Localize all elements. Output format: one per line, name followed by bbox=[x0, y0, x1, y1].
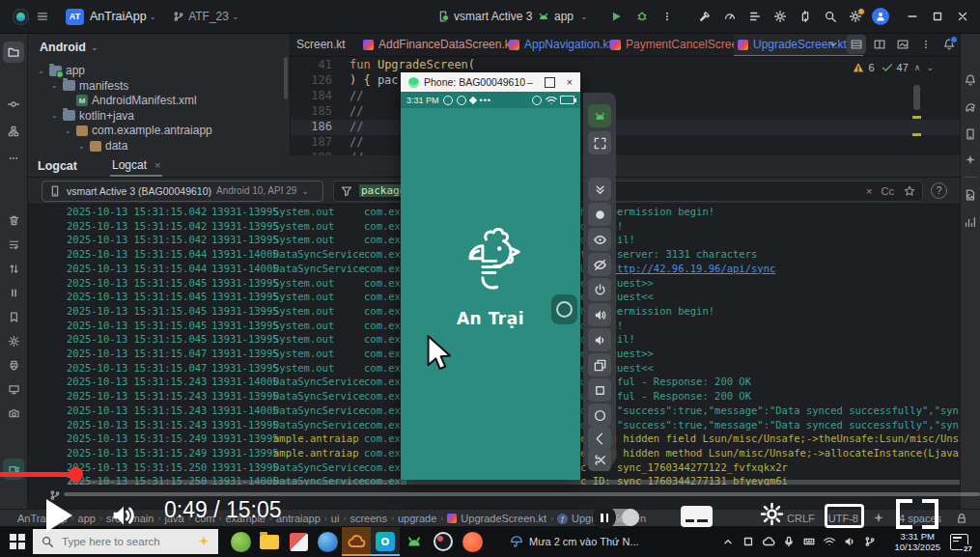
code-editor[interactable]: 41fun UpgradeScreen(126) { pac184//185//… bbox=[290, 56, 961, 156]
settings-icon[interactable] bbox=[3, 330, 24, 351]
breadcrumb-item[interactable]: UpgradeScreen.kt› bbox=[447, 513, 553, 524]
code-line-187[interactable]: 187// bbox=[290, 135, 961, 151]
microphone-icon[interactable] bbox=[782, 535, 796, 548]
debug-button[interactable] bbox=[630, 5, 654, 28]
more-actions-icon[interactable] bbox=[656, 5, 679, 28]
user-avatar[interactable] bbox=[869, 5, 892, 28]
taskbar-search[interactable] bbox=[33, 529, 218, 554]
ai-sparkle-icon[interactable] bbox=[872, 512, 885, 525]
taskbar-app-browser[interactable] bbox=[313, 527, 342, 556]
settings-gear-icon[interactable] bbox=[844, 5, 867, 28]
video-progress-track[interactable] bbox=[64, 492, 980, 496]
video-play-button[interactable] bbox=[46, 499, 72, 532]
nav-circle-icon[interactable] bbox=[588, 404, 611, 427]
breadcrumb-item[interactable]: ui› bbox=[331, 513, 347, 524]
power-icon[interactable] bbox=[588, 278, 611, 301]
tray-extra-icon[interactable] bbox=[863, 535, 877, 548]
start-button[interactable] bbox=[10, 534, 25, 549]
scissors-icon[interactable] bbox=[588, 448, 611, 471]
taskbar-app-ldplayer[interactable] bbox=[226, 527, 255, 556]
run-configuration[interactable]: app ⌄ bbox=[537, 10, 596, 23]
project-name[interactable]: AnTraiApp bbox=[90, 10, 147, 23]
code-line-126[interactable]: 126) { pac bbox=[290, 73, 961, 89]
record-icon[interactable] bbox=[588, 203, 611, 226]
next-issue-icon[interactable]: ⌄ bbox=[926, 63, 934, 72]
phone-screen[interactable]: An Trại bbox=[401, 108, 580, 480]
nav-square-icon[interactable] bbox=[588, 378, 611, 402]
tree-item-kotlin-java[interactable]: ⌄kotlin+java bbox=[51, 108, 134, 124]
line-separator-widget[interactable]: CRLF bbox=[787, 513, 815, 524]
more-icon[interactable] bbox=[3, 148, 24, 169]
breadcrumb-item[interactable]: screens› bbox=[350, 513, 394, 524]
notifications-bell-icon[interactable] bbox=[960, 70, 980, 91]
code-line-185[interactable]: 185// bbox=[290, 104, 961, 120]
code-line-186[interactable]: 186// bbox=[290, 120, 961, 135]
video-volume-icon[interactable] bbox=[108, 501, 137, 530]
eye-off-icon[interactable] bbox=[588, 253, 611, 276]
maximize-window-icon[interactable] bbox=[926, 5, 949, 28]
wrap-icon[interactable] bbox=[3, 234, 24, 255]
bookmark-icon[interactable] bbox=[3, 306, 24, 327]
trash-icon[interactable] bbox=[3, 209, 24, 231]
pull-request-icon[interactable] bbox=[794, 5, 817, 28]
tree-item-manifests[interactable]: ⌄manifests bbox=[51, 78, 128, 94]
editor-tab-screen-kt[interactable]: Screen.kt bbox=[293, 34, 350, 55]
action-center-icon[interactable]: 27 bbox=[950, 534, 968, 550]
phone-window-titlebar[interactable]: Phone: BAG00049610 – × bbox=[401, 72, 580, 92]
lock-icon[interactable] bbox=[955, 512, 968, 525]
tree-item-app[interactable]: ⌄app bbox=[38, 63, 85, 78]
tray-app-icon[interactable] bbox=[742, 535, 755, 548]
editor-tab-addfinancedatascreen-kt[interactable]: AddFinanceDataScreen.kt bbox=[359, 34, 518, 55]
close-window-icon[interactable] bbox=[951, 5, 974, 28]
todo-list-icon[interactable] bbox=[743, 5, 767, 28]
video-fullscreen-button[interactable] bbox=[896, 499, 938, 529]
gemini-icon[interactable] bbox=[960, 150, 980, 171]
printer-icon[interactable] bbox=[3, 354, 24, 376]
logcat-device-selector[interactable]: vsmart Active 3 (BAG00049610) Android 10… bbox=[42, 181, 323, 202]
video-theater-mode-button[interactable] bbox=[825, 504, 864, 528]
logcat-horizontal-scrollbar[interactable] bbox=[69, 480, 966, 485]
onedrive-icon[interactable] bbox=[762, 535, 775, 548]
run-button[interactable] bbox=[604, 5, 628, 28]
camera-icon[interactable] bbox=[3, 403, 24, 424]
gradle-icon[interactable] bbox=[960, 97, 980, 118]
video-captions-button[interactable] bbox=[681, 506, 713, 527]
assistive-floating-button[interactable] bbox=[551, 294, 577, 324]
network-icon[interactable] bbox=[823, 535, 836, 548]
video-autoplay-toggle[interactable] bbox=[595, 509, 639, 526]
breadcrumb-item[interactable]: antraiapp› bbox=[276, 513, 327, 524]
search-input[interactable] bbox=[60, 535, 178, 548]
inspection-widget[interactable]: 6 47 ∧ ⌄ bbox=[852, 61, 934, 74]
phone-minimize-icon[interactable]: – bbox=[527, 76, 533, 88]
keyboard-icon[interactable] bbox=[802, 535, 816, 548]
close-tab-icon[interactable]: × bbox=[154, 159, 160, 171]
editor-scrollbar[interactable] bbox=[913, 85, 920, 110]
taskbar-app-obs[interactable] bbox=[429, 527, 458, 556]
structure-icon[interactable] bbox=[3, 121, 24, 142]
project-folder-icon[interactable] bbox=[3, 42, 24, 63]
insights-icon[interactable] bbox=[960, 211, 980, 233]
taskbar-app-android-studio[interactable] bbox=[371, 527, 400, 556]
project-view-selector[interactable]: Android ⌄ bbox=[28, 34, 290, 58]
prev-issue-icon[interactable]: ∧ bbox=[914, 63, 921, 72]
android-head-icon[interactable] bbox=[588, 104, 611, 127]
build-icon[interactable] bbox=[693, 5, 716, 28]
code-line-184[interactable]: 184// bbox=[290, 89, 961, 104]
monitor-icon[interactable] bbox=[3, 378, 24, 400]
volume-up-icon[interactable] bbox=[588, 303, 611, 326]
updown-icon[interactable] bbox=[3, 258, 24, 279]
tab-options-kebab-icon[interactable] bbox=[916, 35, 936, 54]
tabs-chevron-down-icon[interactable] bbox=[824, 35, 843, 54]
taskbar-app-paint[interactable] bbox=[284, 527, 313, 556]
profiler-icon[interactable] bbox=[718, 5, 742, 28]
volume-icon[interactable] bbox=[843, 535, 856, 548]
warning-stripe-mark[interactable] bbox=[912, 116, 921, 119]
search-everywhere-icon[interactable] bbox=[819, 5, 842, 28]
tree-item-com-example-antraiapp[interactable]: ⌄com.example.antraiapp bbox=[65, 123, 212, 138]
tray-expand-icon[interactable] bbox=[721, 535, 735, 548]
sync-gear-icon[interactable] bbox=[769, 5, 792, 28]
clear-filter-icon[interactable]: × bbox=[866, 185, 872, 197]
video-settings-gear-icon[interactable] bbox=[759, 501, 785, 527]
taskbar-app-brave[interactable] bbox=[458, 527, 487, 556]
warning-stripe-mark[interactable] bbox=[912, 133, 921, 136]
